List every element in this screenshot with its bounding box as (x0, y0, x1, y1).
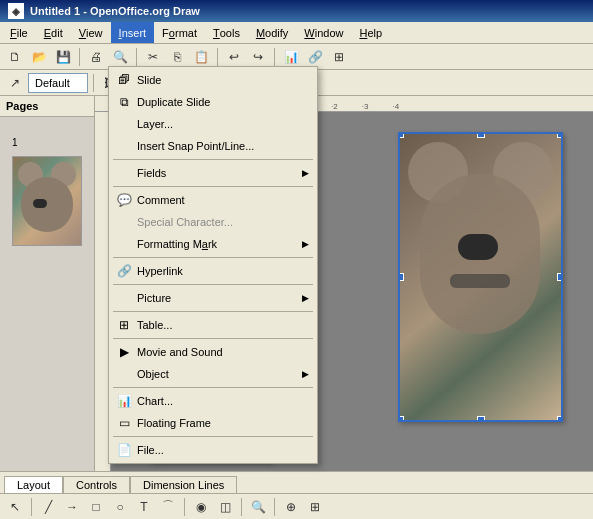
snap-btn[interactable]: ⊕ (280, 496, 302, 518)
object-arrow: ▶ (302, 369, 309, 379)
menu-formatting-mark[interactable]: Formatting Mark ▶ (109, 233, 317, 255)
menu-floating-frame[interactable]: ▭ Floating Frame (109, 412, 317, 434)
menu-modify[interactable]: Modify (248, 22, 296, 43)
menu-snap[interactable]: Insert Snap Point/Line... (109, 135, 317, 157)
table-btn[interactable]: ⊞ (328, 46, 350, 68)
hyperlink-btn[interactable]: 🔗 (304, 46, 326, 68)
cut-btn[interactable]: ✂ (142, 46, 164, 68)
menu-chart[interactable]: 📊 Chart... (109, 390, 317, 412)
menu-file[interactable]: File (2, 22, 36, 43)
arrow-tool[interactable]: ↗ (4, 72, 26, 94)
zoom-btn[interactable]: 🔍 (247, 496, 269, 518)
comment-icon: 💬 (113, 190, 135, 210)
select-btn[interactable]: ↖ (4, 496, 26, 518)
sep1 (113, 159, 313, 160)
menu-movie[interactable]: ▶ Movie and Sound (109, 341, 317, 363)
menu-table[interactable]: ⊞ Table... (109, 314, 317, 336)
menu-edit[interactable]: Edit (36, 22, 71, 43)
handle-ml[interactable] (398, 273, 404, 281)
ellipse-btn[interactable]: ○ (109, 496, 131, 518)
status-bar: Layout Controls Dimension Lines (0, 471, 593, 493)
sep8 (113, 436, 313, 437)
paste-btn[interactable]: 📋 (190, 46, 212, 68)
table-label: Table... (137, 319, 172, 331)
menu-window[interactable]: Window (296, 22, 351, 43)
sep1 (79, 48, 80, 66)
handle-tm[interactable] (477, 132, 485, 138)
slide-icon: 🗊 (113, 70, 135, 90)
insert-slide-label: Slide (137, 74, 161, 86)
slide-large[interactable] (398, 132, 563, 422)
handle-bm[interactable] (477, 416, 485, 422)
ruler-label-2: ·2 (331, 102, 338, 111)
menu-file-insert[interactable]: 📄 File... (109, 439, 317, 461)
koala-nose-large (458, 234, 498, 260)
handle-bl[interactable] (398, 416, 404, 422)
duplicate-icon: ⧉ (113, 92, 135, 112)
menu-duplicate-slide[interactable]: ⧉ Duplicate Slide (109, 91, 317, 113)
slide-koala-large (400, 134, 561, 420)
ruler-label-4: ·4 (392, 102, 399, 111)
menu-layer[interactable]: Layer... (109, 113, 317, 135)
menu-insert-slide[interactable]: 🗊 Slide (109, 69, 317, 91)
tab-dimension-lines[interactable]: Dimension Lines (130, 476, 237, 493)
menu-hyperlink[interactable]: 🔗 Hyperlink (109, 260, 317, 282)
menu-help[interactable]: Help (351, 22, 390, 43)
menu-insert[interactable]: Insert (111, 22, 155, 43)
fill-btn[interactable]: ◉ (190, 496, 212, 518)
layer-label: Layer... (137, 118, 173, 130)
file-insert-label: File... (137, 444, 164, 456)
menu-tools[interactable]: Tools (205, 22, 248, 43)
save-btn[interactable]: 💾 (52, 46, 74, 68)
floating-frame-label: Floating Frame (137, 417, 211, 429)
snap-icon (113, 136, 135, 156)
picture-arrow: ▶ (302, 293, 309, 303)
tab-layout[interactable]: Layout (4, 476, 63, 493)
bsep3 (241, 498, 242, 516)
movie-icon: ▶ (113, 342, 135, 362)
menu-format[interactable]: Format (154, 22, 205, 43)
redo-btn[interactable]: ↪ (247, 46, 269, 68)
handle-tl[interactable] (398, 132, 404, 138)
undo-btn[interactable]: ↩ (223, 46, 245, 68)
handle-tr[interactable] (557, 132, 563, 138)
grid-btn[interactable]: ⊞ (304, 496, 326, 518)
menu-fields[interactable]: Fields ▶ (109, 162, 317, 184)
preview-btn[interactable]: 🔍 (109, 46, 131, 68)
arrow-btn[interactable]: → (61, 496, 83, 518)
copy-btn[interactable]: ⎘ (166, 46, 188, 68)
style-label: Default (28, 73, 88, 93)
object-label: Object (137, 368, 169, 380)
chart-label: Chart... (137, 395, 173, 407)
special-char-icon (113, 212, 135, 232)
title-bar: ◈ Untitled 1 - OpenOffice.org Draw (0, 0, 593, 22)
shadow-btn[interactable]: ◫ (214, 496, 236, 518)
menu-picture[interactable]: Picture ▶ (109, 287, 317, 309)
handle-mr[interactable] (557, 273, 563, 281)
page-thumbnail[interactable] (12, 156, 82, 246)
print-btn[interactable]: 🖨 (85, 46, 107, 68)
chart-btn[interactable]: 📊 (280, 46, 302, 68)
curve-btn[interactable]: ⌒ (157, 496, 179, 518)
comment-label: Comment (137, 194, 185, 206)
open-btn[interactable]: 📂 (28, 46, 50, 68)
formatting-mark-arrow: ▶ (302, 239, 309, 249)
line-btn[interactable]: ╱ (37, 496, 59, 518)
new-btn[interactable]: 🗋 (4, 46, 26, 68)
formatting-mark-icon (113, 234, 135, 254)
menu-object[interactable]: Object ▶ (109, 363, 317, 385)
rect-btn[interactable]: □ (85, 496, 107, 518)
window-title: Untitled 1 - OpenOffice.org Draw (30, 5, 200, 17)
page-number: 1 (12, 137, 82, 148)
sep3 (217, 48, 218, 66)
page-thumb-image (13, 157, 81, 245)
special-char-label: Special Character... (137, 216, 233, 228)
snap-label: Insert Snap Point/Line... (137, 140, 254, 152)
menu-comment[interactable]: 💬 Comment (109, 189, 317, 211)
menu-view[interactable]: View (71, 22, 111, 43)
tab-controls[interactable]: Controls (63, 476, 130, 493)
text-btn[interactable]: T (133, 496, 155, 518)
duplicate-slide-label: Duplicate Slide (137, 96, 210, 108)
sep2 (136, 48, 137, 66)
handle-br[interactable] (557, 416, 563, 422)
